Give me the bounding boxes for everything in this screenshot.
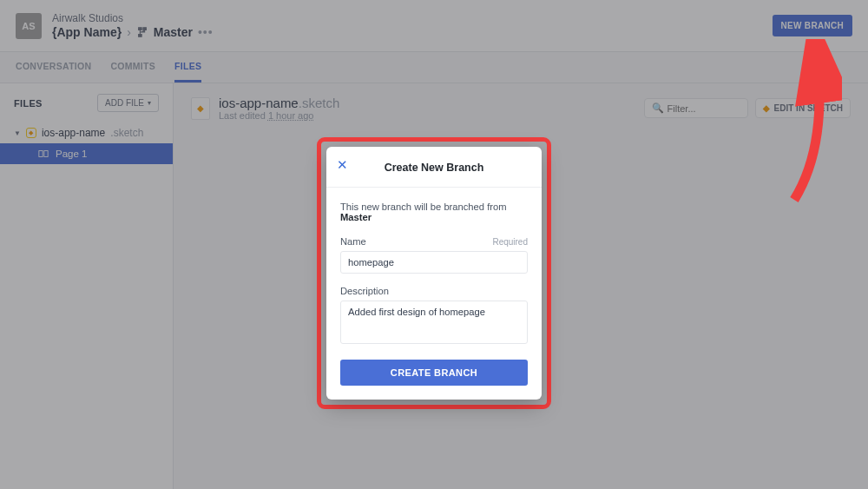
modal-body: This new branch will be branched from Ma… <box>326 188 542 400</box>
modal-header: ✕ Create New Branch <box>326 147 542 188</box>
branch-name-input[interactable] <box>340 251 528 274</box>
description-label: Description <box>340 286 389 296</box>
modal-info-text: This new branch will be branched from Ma… <box>340 202 528 222</box>
required-hint: Required <box>492 237 528 247</box>
modal-overlay[interactable]: ✕ Create New Branch This new branch will… <box>0 0 868 489</box>
modal-title: Create New Branch <box>385 162 484 174</box>
create-branch-modal: ✕ Create New Branch This new branch will… <box>326 147 542 400</box>
desc-field-row: Description <box>340 286 528 296</box>
name-label: Name <box>340 236 366 247</box>
create-branch-button[interactable]: CREATE BRANCH <box>340 360 528 386</box>
annotation-highlight: ✕ Create New Branch This new branch will… <box>317 137 551 409</box>
branch-description-input[interactable] <box>340 301 528 344</box>
name-field-row: Name Required <box>340 236 528 247</box>
info-branch-name: Master <box>340 212 372 222</box>
info-prefix: This new branch will be branched from <box>340 202 507 212</box>
close-icon[interactable]: ✕ <box>337 157 348 173</box>
